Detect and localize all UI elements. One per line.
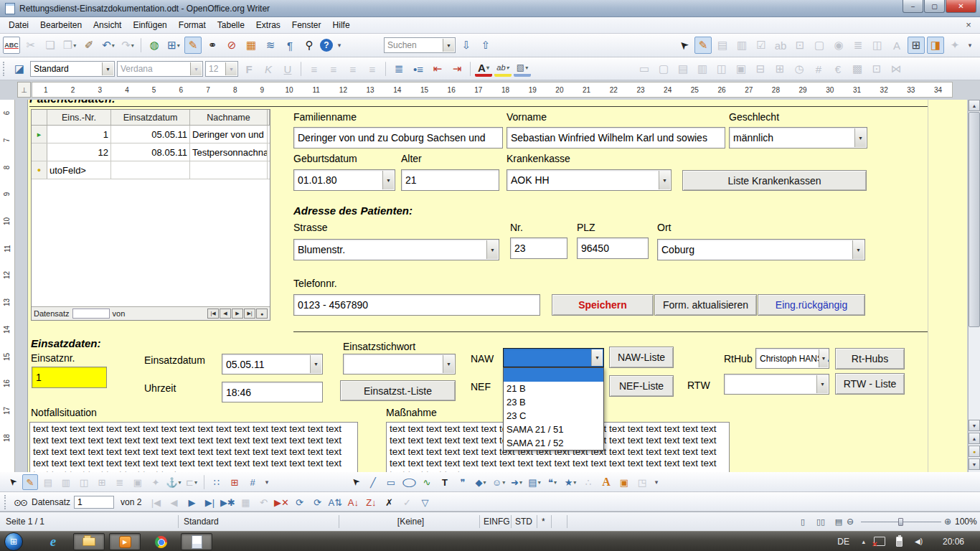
rthub-select[interactable]: Christoph HANSA ▼ <box>755 348 829 369</box>
align-right-icon[interactable]: ≡ <box>344 60 362 77</box>
form-properties-icon[interactable]: ▥ <box>58 474 74 490</box>
multi-page-view-icon[interactable]: ▯▯ <box>813 514 829 529</box>
more-controls-icon[interactable]: ⊞ <box>908 37 925 54</box>
find-replace-icon[interactable]: ⚭ <box>204 37 221 54</box>
vertical-scrollbar[interactable]: ▲ ▼ ▲ ● ▼ <box>968 100 980 472</box>
chevron-down-icon[interactable]: ▼ <box>816 375 828 393</box>
next-record-icon[interactable]: ▶ <box>184 494 199 510</box>
guides-when-moving-icon[interactable]: # <box>245 474 260 490</box>
horizontal-ruler[interactable]: 1234567891011121314151617181920212223242… <box>32 82 953 98</box>
alter-field[interactable]: 21 <box>401 169 499 191</box>
chevron-down-icon[interactable]: ▼ <box>852 240 864 259</box>
symbol-shapes-icon[interactable]: ☺ <box>491 474 507 490</box>
toolbar-overflow-icon[interactable]: ▾ <box>652 474 661 490</box>
design-mode-icon[interactable]: ✎ <box>22 474 38 490</box>
zoom-out-icon[interactable]: ⊖ <box>847 512 854 531</box>
alignment-icon[interactable]: ⊏ <box>184 474 199 490</box>
check-box-icon[interactable]: ☑ <box>753 37 770 54</box>
language-indicator[interactable]: [Keine] <box>344 512 477 531</box>
grid-new-record-icon[interactable]: ● <box>256 309 268 319</box>
grid-previous-record-icon[interactable]: ◀ <box>220 309 231 319</box>
patient-record-grid[interactable]: Eins.-Nr. Einsatzdatum Nachname ▸ 1 05.0… <box>31 109 270 321</box>
italic-icon[interactable]: K <box>260 60 277 77</box>
formatting-marks-icon[interactable]: ¶ <box>281 37 298 54</box>
telefonnr-field[interactable]: 0123 - 4567890 <box>293 294 540 316</box>
align-left-icon[interactable]: ≡ <box>306 60 323 77</box>
increase-indent-icon[interactable]: ⇥ <box>448 60 466 77</box>
naw-option-sama-21-51[interactable]: SAMA 21 / 51 <box>504 423 603 436</box>
pattern-field-icon[interactable]: ▩ <box>849 60 866 77</box>
notfallsituation-textarea[interactable]: text text text text text text text text … <box>29 422 358 472</box>
hyperlink-icon[interactable]: ◍ <box>146 37 163 54</box>
close-button[interactable]: ✕ <box>946 0 976 13</box>
grid-cell-name[interactable] <box>190 161 268 179</box>
page-indicator[interactable]: Seite 1 / 1 <box>6 512 44 531</box>
geburtsdatum-select[interactable]: 01.01.80 ▼ <box>293 169 395 191</box>
bold-icon[interactable]: F <box>240 60 258 77</box>
block-arrows-icon[interactable]: ➜ <box>509 474 524 490</box>
plz-field[interactable]: 96450 <box>577 237 649 259</box>
grid-row[interactable]: 12 08.05.11 Testpersonnachname <box>32 143 270 161</box>
nr-field[interactable]: 23 <box>510 237 567 259</box>
chevron-down-icon[interactable]: ▼ <box>591 349 603 366</box>
background-color-icon[interactable]: ▧ <box>514 62 531 77</box>
minimize-button[interactable]: – <box>903 0 923 13</box>
vorname-field[interactable]: Sebastian Winfried Wilhelm Karl und sowi… <box>507 127 725 149</box>
grid-record-input[interactable] <box>72 309 110 319</box>
ort-select[interactable]: Coburg ▼ <box>657 239 865 260</box>
grid-next-record-icon[interactable]: ▶ <box>232 309 243 319</box>
naw-option-21-b[interactable]: 21 B <box>504 382 603 395</box>
grid-header-nachname[interactable]: Nachname <box>190 110 268 125</box>
line-icon[interactable]: ╱ <box>365 474 381 490</box>
chevron-down-icon[interactable]: ▼ <box>225 62 237 75</box>
callout-icon[interactable]: ❞ <box>455 474 471 490</box>
table-icon[interactable]: ⊞ <box>165 37 182 54</box>
menu-item[interactable]: Extras <box>250 18 286 32</box>
einsatznr-field[interactable]: 1 <box>32 367 107 388</box>
single-page-view-icon[interactable]: ▯ <box>795 514 811 529</box>
einsatzst-liste-button[interactable]: Einsatzst.-Liste <box>340 380 456 401</box>
grid-corner[interactable] <box>32 110 47 125</box>
toolbar-overflow-icon[interactable]: ▾ <box>263 474 271 490</box>
modified-indicator[interactable]: * <box>542 512 545 531</box>
grid-header-einsatzdatum[interactable]: Einsatzdatum <box>111 110 190 125</box>
scrollbar-thumb[interactable] <box>969 112 980 327</box>
writer-document-icon[interactable] <box>5 3 15 14</box>
activation-order-icon[interactable]: ≣ <box>112 474 128 490</box>
text-box-control-icon[interactable]: ▤ <box>674 60 692 77</box>
form-design-window-icon[interactable]: ◨ <box>927 37 944 54</box>
freeform-line-icon[interactable]: ∿ <box>419 474 435 490</box>
scroll-down-icon[interactable]: ▼ <box>969 420 980 431</box>
toolbar-grip[interactable] <box>4 495 7 509</box>
option-button-icon[interactable]: ◉ <box>830 37 847 54</box>
numeric-field-icon[interactable]: # <box>810 60 827 77</box>
nef-liste-button[interactable]: NEF-Liste <box>609 375 674 397</box>
grid-cell-datum[interactable]: 05.05.11 <box>111 126 190 143</box>
grid-cell-nr[interactable]: utoFeld> <box>47 161 111 179</box>
paragraph-style-select[interactable]: Standard ▼ <box>30 61 115 77</box>
font-size-select[interactable]: 12 ▼ <box>205 61 238 77</box>
einsatzstichwort-select[interactable]: ▼ <box>343 354 456 375</box>
select-icon[interactable]: ➤ <box>344 471 366 493</box>
undo-icon[interactable]: ↶ <box>100 37 117 54</box>
previous-record-icon[interactable]: ◀ <box>166 494 182 510</box>
snap-to-grid-icon[interactable]: ⊞ <box>227 474 242 490</box>
form-based-filter-icon[interactable]: ▽ <box>417 494 433 510</box>
eing-rueckgaengig-button[interactable]: Eing.rückgängig <box>758 294 865 316</box>
chevron-down-icon[interactable]: ▼ <box>854 128 866 147</box>
combo-box-icon[interactable]: ◫ <box>869 37 886 54</box>
copy-icon[interactable]: ❏ <box>42 37 59 54</box>
combo-box-control-icon[interactable]: ◫ <box>713 60 730 77</box>
push-button-icon[interactable]: ▢ <box>811 37 828 54</box>
wizards-icon[interactable]: ✦ <box>946 37 963 54</box>
text-box-icon[interactable]: ab <box>772 37 789 54</box>
tab-stop-selector[interactable]: ⊥ <box>17 82 31 98</box>
navigator-icon[interactable]: ⊘ <box>223 37 240 54</box>
chevron-down-icon[interactable]: ▼ <box>382 171 394 189</box>
decrease-indent-icon[interactable]: ⇤ <box>429 60 446 77</box>
taskbar-ie-button[interactable]: e <box>37 533 69 550</box>
select-icon[interactable]: ➤ <box>1 471 23 493</box>
find-next-icon[interactable]: ⇩ <box>458 37 475 54</box>
clock[interactable]: 20:06 <box>943 532 964 551</box>
menu-item[interactable]: Datei <box>3 18 34 32</box>
